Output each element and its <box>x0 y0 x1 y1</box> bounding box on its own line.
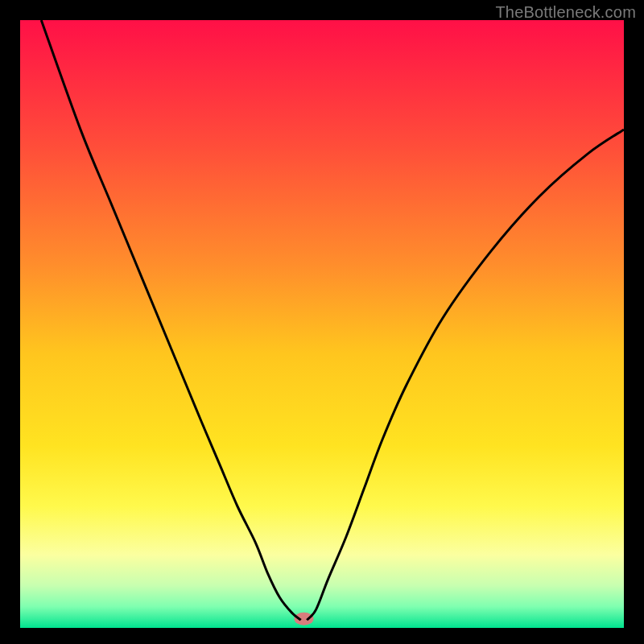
plot-svg <box>20 20 624 628</box>
gradient-background <box>20 20 624 628</box>
plot-area <box>20 20 624 628</box>
chart-frame: TheBottleneck.com <box>0 0 644 644</box>
watermark-text: TheBottleneck.com <box>495 3 636 22</box>
